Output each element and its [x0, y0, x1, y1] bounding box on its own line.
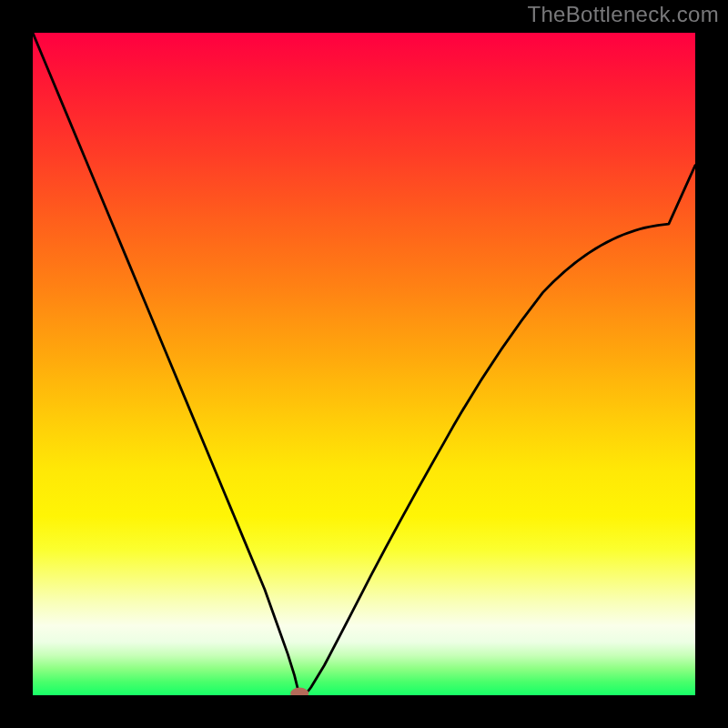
curve-marker	[290, 688, 308, 696]
curve-line	[33, 33, 695, 694]
chart-plot	[33, 33, 695, 695]
chart-frame: TheBottleneck.com	[0, 0, 728, 728]
watermark-text: TheBottleneck.com	[527, 2, 719, 27]
